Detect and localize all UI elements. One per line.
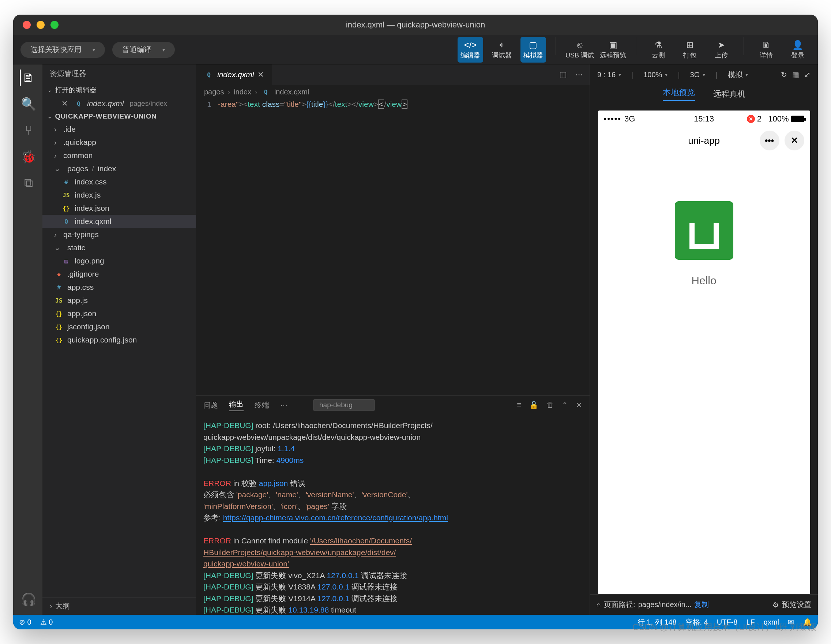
qr-icon[interactable]: ▦ xyxy=(792,70,799,79)
cloud-test-button[interactable]: ⚗云测 xyxy=(646,37,671,62)
debugger-button[interactable]: ⌖调试器 xyxy=(489,37,515,62)
upload-button[interactable]: ➤上传 xyxy=(708,37,734,62)
folder-pages[interactable]: pages/index xyxy=(43,162,196,175)
compile-mode-dropdown[interactable]: 普通编译▾ xyxy=(112,42,175,58)
home-icon[interactable]: ⌂ xyxy=(597,601,601,609)
file-quickapp-config[interactable]: {}quickapp.config.json xyxy=(43,333,196,346)
remote-preview-button[interactable]: ▣远程预览 xyxy=(600,37,626,62)
open-editor-item[interactable]: ✕ Q index.qxml pages/index xyxy=(43,97,196,110)
folder-qa-typings[interactable]: qa-typings xyxy=(43,228,196,241)
chevron-down-icon: ▾ xyxy=(162,47,165,53)
user-icon: 👤 xyxy=(792,40,803,50)
outline-header[interactable]: 大纲 xyxy=(43,597,196,615)
close-icon[interactable]: ✕ xyxy=(61,99,68,108)
tab-remote-device[interactable]: 远程真机 xyxy=(713,89,745,99)
simulator-button[interactable]: ▢模拟器 xyxy=(521,37,546,62)
separator xyxy=(743,37,744,55)
tab-output[interactable]: 输出 xyxy=(229,399,244,411)
folder-ide[interactable]: .ide xyxy=(43,123,196,136)
expand-icon[interactable]: ⤢ xyxy=(804,70,810,79)
separator xyxy=(556,37,556,55)
file-index-css[interactable]: #index.css xyxy=(43,175,196,188)
zoom-select[interactable]: 100%▾ xyxy=(643,71,667,79)
line-number: 1 xyxy=(196,100,218,109)
tab-problems[interactable]: 问题 xyxy=(203,400,218,410)
tab-index-qxml[interactable]: Q index.qxml ✕ xyxy=(196,64,272,85)
signal-icon xyxy=(604,114,625,124)
qxml-icon: Q xyxy=(261,89,271,96)
breadcrumb[interactable]: pages› index› Q index.qxml xyxy=(196,85,590,99)
lock-icon[interactable]: 🔓 xyxy=(529,401,538,410)
titlebar[interactable]: index.qxml — quickapp-webview-union xyxy=(13,14,818,35)
close-panel-icon[interactable]: ✕ xyxy=(576,401,582,410)
support-icon[interactable]: 🎧 xyxy=(20,591,36,607)
more-icon[interactable]: ⋯ xyxy=(575,70,583,80)
warnings-count[interactable]: ⚠ 0 xyxy=(40,618,53,626)
code-editor[interactable]: 1 -area"><text class="title">{{title}}</… xyxy=(196,99,590,109)
clear-icon[interactable]: 🗑 xyxy=(546,401,554,410)
maximize-icon[interactable] xyxy=(51,21,59,29)
folder-static[interactable]: static xyxy=(43,241,196,254)
explorer-icon[interactable]: 🗎 xyxy=(20,70,36,86)
aspect-select[interactable]: 9 : 16▾ xyxy=(597,71,621,79)
minimize-icon[interactable] xyxy=(37,21,45,29)
preview-bottom-bar: ⌂ 页面路径: pages/index/in... 复制 ⚙ 预览设置 xyxy=(590,594,818,615)
file-index-js[interactable]: JSindex.js xyxy=(43,188,196,202)
traffic-lights xyxy=(23,21,59,29)
search-icon[interactable]: 🔍 xyxy=(20,96,36,112)
output-channel-select[interactable]: hap-debug xyxy=(313,399,375,411)
output-log[interactable]: [HAP-DEBUG] root: /Users/lihaochen/Docum… xyxy=(196,414,590,615)
refresh-icon[interactable]: ↻ xyxy=(781,70,787,79)
project-header[interactable]: ⌄QUICKAPP-WEBVIEW-UNION xyxy=(43,110,196,123)
pack-button[interactable]: ⊞打包 xyxy=(677,37,703,62)
tab-terminal[interactable]: 终端 xyxy=(255,400,269,410)
more-icon[interactable]: ⋯ xyxy=(280,401,288,410)
detail-button[interactable]: 🗎详情 xyxy=(753,37,779,62)
app-logo xyxy=(675,201,733,260)
dropdown-label: 选择关联快应用 xyxy=(30,45,81,54)
activity-bar: 🗎 🔍 ⑂ 🐞 ⧉ 🎧 xyxy=(13,64,43,615)
device-simulator[interactable]: 3G 15:13 ✕ 2 100% uni-app xyxy=(598,110,810,594)
errors-count[interactable]: ⊘ 0 xyxy=(19,618,32,626)
capsule-close-icon[interactable] xyxy=(785,131,804,150)
file-index-qxml[interactable]: Qindex.qxml xyxy=(43,215,196,228)
json-icon: {} xyxy=(54,336,64,344)
tab-local-preview[interactable]: 本地预览 xyxy=(663,87,695,101)
window-title: index.qxml — quickapp-webview-union xyxy=(346,20,485,30)
preview-settings-button[interactable]: ⚙ 预览设置 xyxy=(772,600,811,610)
file-index-json[interactable]: {}index.json xyxy=(43,202,196,215)
file-app-css[interactable]: #app.css xyxy=(43,281,196,294)
usb-debug-button[interactable]: ⎋USB 调试 xyxy=(565,37,594,62)
chevron-up-icon[interactable]: ⌃ xyxy=(562,401,568,410)
folder-common[interactable]: common xyxy=(43,149,196,162)
mode-select[interactable]: 模拟▾ xyxy=(728,70,748,80)
copy-button[interactable]: 复制 xyxy=(694,600,709,610)
open-editors-header[interactable]: ⌄打开的编辑器 xyxy=(43,83,196,97)
qxml-icon: Q xyxy=(204,71,213,78)
css-icon: # xyxy=(61,179,71,185)
file-app-js[interactable]: JSapp.js xyxy=(43,294,196,307)
file-jsconfig[interactable]: {}jsconfig.json xyxy=(43,320,196,333)
filter-icon[interactable]: ≡ xyxy=(517,401,521,410)
login-button[interactable]: 👤登录 xyxy=(785,37,810,62)
file-logo[interactable]: ▨logo.png xyxy=(43,254,196,268)
close-icon[interactable] xyxy=(23,21,31,29)
branch-icon[interactable]: ⑂ xyxy=(20,122,36,138)
bug-icon[interactable]: 🐞 xyxy=(20,148,36,165)
dropdown-label: 普通编译 xyxy=(122,45,151,54)
app-select-dropdown[interactable]: 选择关联快应用▾ xyxy=(21,42,105,58)
editor-button[interactable]: </>编辑器 xyxy=(458,37,483,62)
app-title: uni-app xyxy=(688,135,720,147)
close-tab-icon[interactable]: ✕ xyxy=(258,70,264,79)
capsule-menu-icon[interactable] xyxy=(760,131,779,150)
battery-icon xyxy=(791,116,804,122)
folder-quickapp[interactable]: .quickapp xyxy=(43,136,196,149)
file-gitignore[interactable]: ◆.gitignore xyxy=(43,268,196,281)
screenshot-icon[interactable]: ⧉ xyxy=(20,175,36,191)
qxml-icon: Q xyxy=(61,218,71,225)
split-icon[interactable]: ◫ xyxy=(559,70,567,80)
network-select[interactable]: 3G▾ xyxy=(690,71,705,79)
json-icon: {} xyxy=(54,310,64,317)
file-app-json[interactable]: {}app.json xyxy=(43,307,196,320)
upload-icon: ➤ xyxy=(718,40,725,50)
